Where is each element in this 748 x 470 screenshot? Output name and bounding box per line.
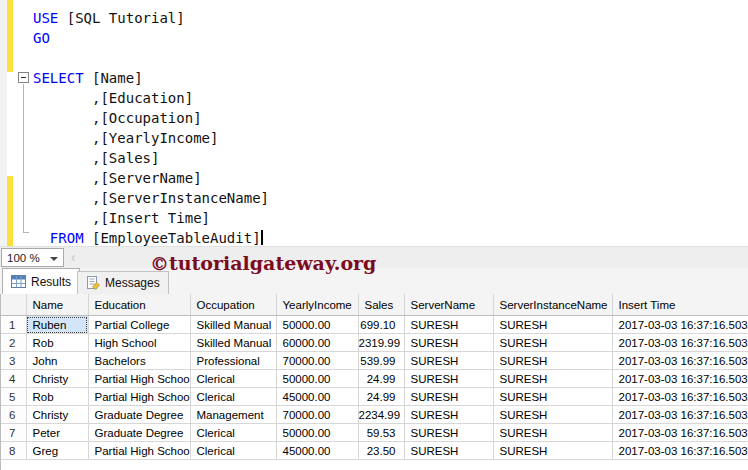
column-header-insert time[interactable]: Insert Time xyxy=(612,294,748,316)
grid-cell[interactable]: SURESH xyxy=(404,352,493,370)
code-line: ,[ServerName] xyxy=(33,168,269,188)
sql-editor[interactable]: USE [SQL Tutorial]GOSELECT [Name] ,[Educ… xyxy=(0,0,748,246)
tab-messages[interactable]: Messages xyxy=(77,271,169,294)
grid-cell[interactable]: Partial High School xyxy=(88,442,190,460)
row-number-cell[interactable]: 6 xyxy=(1,406,26,424)
grid-cell[interactable]: 70000.00 xyxy=(276,406,358,424)
grid-cell[interactable]: SURESH xyxy=(404,388,493,406)
column-header-sales[interactable]: Sales xyxy=(358,294,404,316)
code-lines: USE [SQL Tutorial]GOSELECT [Name] ,[Educ… xyxy=(33,8,269,248)
code-line: SELECT [Name] xyxy=(33,68,269,88)
row-number-cell[interactable]: 8 xyxy=(1,442,26,460)
grid-cell[interactable]: Clerical xyxy=(190,370,276,388)
grid-cell[interactable]: 539.99 xyxy=(358,352,404,370)
selected-cell[interactable]: Ruben xyxy=(26,316,88,334)
grid-cell[interactable]: 59.53 xyxy=(358,424,404,442)
grid-cell[interactable]: 70000.00 xyxy=(276,352,358,370)
grid-cell[interactable]: SURESH xyxy=(493,334,612,352)
column-header-occupation[interactable]: Occupation xyxy=(190,294,276,316)
code-line: ,[Occupation] xyxy=(33,108,269,128)
grid-cell[interactable]: SURESH xyxy=(493,424,612,442)
fold-region-line-end xyxy=(23,232,29,233)
grid-cell[interactable]: 60000.00 xyxy=(276,334,358,352)
grid-cell[interactable]: SURESH xyxy=(404,370,493,388)
results-grid: NameEducationOccupationYearlyIncomeSales… xyxy=(1,294,748,460)
grid-cell[interactable]: SURESH xyxy=(493,352,612,370)
grid-cell[interactable]: Management xyxy=(190,406,276,424)
editor-zoom-dropdown[interactable]: 100 % xyxy=(1,248,64,267)
table-row: 1RubenPartial CollegeSkilled Manual50000… xyxy=(1,316,748,334)
zoom-dropdown-arrow-icon[interactable] xyxy=(50,257,58,261)
grid-cell[interactable]: Graduate Degree xyxy=(88,406,190,424)
grid-empty-space xyxy=(0,460,748,470)
grid-cell[interactable]: Graduate Degree xyxy=(88,424,190,442)
table-row: 3JohnBachelorsProfessional70000.00539.99… xyxy=(1,352,748,370)
grid-cell[interactable]: Bachelors xyxy=(88,352,190,370)
grid-cell[interactable]: SURESH xyxy=(493,388,612,406)
grid-cell[interactable]: John xyxy=(26,352,88,370)
column-header-servername[interactable]: ServerName xyxy=(404,294,493,316)
grid-cell[interactable]: 699.10 xyxy=(358,316,404,334)
grid-cell[interactable]: 2017-03-03 16:37:16.503 xyxy=(612,406,748,424)
grid-cell[interactable]: Christy xyxy=(26,370,88,388)
grid-cell[interactable]: 24.99 xyxy=(358,370,404,388)
grid-cell[interactable]: Partial High School xyxy=(88,388,190,406)
row-number-cell[interactable]: 7 xyxy=(1,424,26,442)
messages-doc-icon xyxy=(86,276,100,290)
fold-region-line xyxy=(23,84,24,232)
grid-cell[interactable]: High School xyxy=(88,334,190,352)
column-header-name[interactable]: Name xyxy=(26,294,88,316)
grid-cell[interactable]: Professional xyxy=(190,352,276,370)
grid-cell[interactable]: 2017-03-03 16:37:16.503 xyxy=(612,334,748,352)
grid-cell[interactable]: SURESH xyxy=(404,316,493,334)
grid-cell[interactable]: Christy xyxy=(26,406,88,424)
row-number-cell[interactable]: 1 xyxy=(1,316,26,334)
grid-cell[interactable]: Clerical xyxy=(190,442,276,460)
grid-cell[interactable]: Skilled Manual xyxy=(190,334,276,352)
grid-cell[interactable]: SURESH xyxy=(493,316,612,334)
grid-cell[interactable]: 2234.99 xyxy=(358,406,404,424)
collapse-minus-icon[interactable] xyxy=(18,72,29,83)
column-header-yearlyincome[interactable]: YearlyIncome xyxy=(276,294,358,316)
grid-cell[interactable]: Partial High School xyxy=(88,370,190,388)
row-number-cell[interactable]: 4 xyxy=(1,370,26,388)
grid-cell[interactable]: 2017-03-03 16:37:16.503 xyxy=(612,370,748,388)
grid-cell[interactable]: SURESH xyxy=(404,424,493,442)
grid-cell[interactable]: 24.99 xyxy=(358,388,404,406)
row-number-header[interactable] xyxy=(1,294,26,316)
column-header-serverinstancename[interactable]: ServerInstanceName xyxy=(493,294,612,316)
grid-cell[interactable]: Peter xyxy=(26,424,88,442)
grid-cell[interactable]: SURESH xyxy=(493,442,612,460)
grid-cell[interactable]: 50000.00 xyxy=(276,316,358,334)
grid-cell[interactable]: SURESH xyxy=(404,334,493,352)
tab-results[interactable]: Results xyxy=(2,268,80,294)
grid-cell[interactable]: 2017-03-03 16:37:16.503 xyxy=(612,442,748,460)
grid-cell[interactable]: 50000.00 xyxy=(276,424,358,442)
grid-cell[interactable]: SURESH xyxy=(493,406,612,424)
tab-label: Messages xyxy=(105,276,160,290)
grid-cell[interactable]: Clerical xyxy=(190,388,276,406)
grid-cell[interactable]: 2319.99 xyxy=(358,334,404,352)
grid-cell[interactable]: 2017-03-03 16:37:16.503 xyxy=(612,388,748,406)
grid-cell[interactable]: Skilled Manual xyxy=(190,316,276,334)
row-number-cell[interactable]: 2 xyxy=(1,334,26,352)
scroll-left-icon[interactable]: ‹ xyxy=(71,249,76,265)
grid-cell[interactable]: Partial College xyxy=(88,316,190,334)
grid-cell[interactable]: Greg xyxy=(26,442,88,460)
grid-cell[interactable]: 45000.00 xyxy=(276,388,358,406)
column-header-education[interactable]: Education xyxy=(88,294,190,316)
row-number-cell[interactable]: 3 xyxy=(1,352,26,370)
grid-cell[interactable]: Rob xyxy=(26,334,88,352)
row-number-cell[interactable]: 5 xyxy=(1,388,26,406)
grid-cell[interactable]: Clerical xyxy=(190,424,276,442)
grid-cell[interactable]: SURESH xyxy=(493,370,612,388)
grid-cell[interactable]: 2017-03-03 16:37:16.503 xyxy=(612,352,748,370)
grid-cell[interactable]: SURESH xyxy=(404,442,493,460)
grid-cell[interactable]: SURESH xyxy=(404,406,493,424)
grid-cell[interactable]: 2017-03-03 16:37:16.503 xyxy=(612,316,748,334)
grid-cell[interactable]: 23.50 xyxy=(358,442,404,460)
grid-cell[interactable]: 45000.00 xyxy=(276,442,358,460)
grid-cell[interactable]: 50000.00 xyxy=(276,370,358,388)
grid-cell[interactable]: Rob xyxy=(26,388,88,406)
grid-cell[interactable]: 2017-03-03 16:37:16.503 xyxy=(612,424,748,442)
